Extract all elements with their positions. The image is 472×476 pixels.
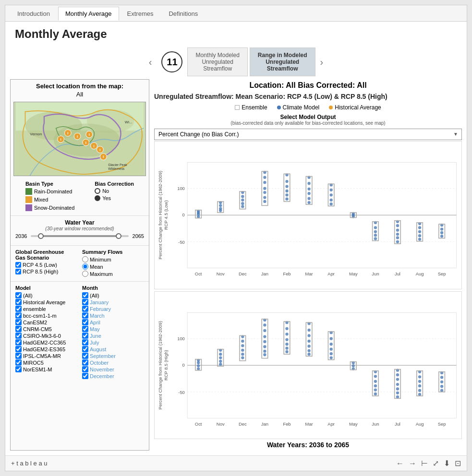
- svg-point-108: [418, 226, 421, 229]
- ensemble-legend-label: Ensemble: [242, 104, 267, 111]
- minimum-radio-input[interactable]: [82, 256, 88, 262]
- nav-option-range[interactable]: Range in ModeledUnregulatedStreamflow: [250, 48, 315, 76]
- svg-text:Apr: Apr: [327, 271, 335, 276]
- svg-text:Mar: Mar: [305, 421, 313, 426]
- slider-row: 2036 2065: [15, 231, 144, 241]
- model-ensemble: ensemble: [15, 306, 77, 312]
- bias-no-item: No: [95, 188, 134, 194]
- map-area[interactable]: i i i i i i i: [13, 102, 146, 176]
- month-aug: August: [82, 346, 144, 352]
- svg-point-206: [396, 395, 399, 398]
- model-output-select-wrapper: Percent Change (no Bias Corr.): [154, 127, 462, 140]
- svg-point-170: [285, 343, 288, 345]
- month-nov: November: [82, 366, 144, 372]
- svg-point-168: [285, 333, 288, 335]
- month-may: May: [82, 326, 144, 332]
- nav-next-arrow[interactable]: ›: [315, 57, 328, 68]
- svg-text:Sep: Sep: [438, 421, 446, 426]
- slider-thumb-right[interactable]: [116, 233, 121, 239]
- bias-no-circle: [95, 188, 100, 194]
- main-content: Monthly Average ‹ 11 Monthly ModeledUnre…: [5, 22, 467, 471]
- historical-avg-legend-icon: [329, 106, 333, 109]
- svg-point-95: [374, 226, 377, 229]
- bias-yes-circle: [95, 195, 100, 201]
- svg-point-169: [285, 338, 288, 341]
- model-output-select[interactable]: Percent Change (no Bias Corr.): [154, 129, 462, 140]
- snow-dominated-label: Snow-Dominated: [34, 205, 74, 211]
- model-canesm2: CanESM2: [15, 319, 77, 325]
- climate-model-legend-icon: [277, 106, 281, 109]
- footer-fullscreen-icon[interactable]: ⊡: [455, 459, 461, 468]
- tab-introduction[interactable]: Introduction: [10, 7, 57, 20]
- footer-home-icon[interactable]: ⊢: [421, 459, 428, 468]
- footer-download-icon[interactable]: ⬇: [444, 459, 450, 468]
- tab-definitions[interactable]: Definitions: [161, 7, 205, 20]
- right-panel: Location: All Bias Corrected: All Unregu…: [154, 79, 462, 451]
- month-title: Month: [82, 285, 144, 291]
- svg-point-153: [241, 348, 244, 351]
- svg-point-57: [241, 195, 244, 198]
- month-dec: December: [82, 373, 144, 379]
- rain-dominated-item: Rain-Dominated: [25, 188, 74, 195]
- svg-point-160: [263, 335, 266, 338]
- mean-label: Mean: [90, 264, 103, 270]
- rcp85-checkbox[interactable]: [15, 269, 21, 274]
- svg-text:Percent Change from Historical: Percent Change from Historical (1962-200…: [157, 171, 163, 260]
- mixed-item: Mixed: [25, 196, 74, 203]
- svg-point-179: [307, 349, 310, 352]
- bias-yes-item: Yes: [95, 195, 134, 201]
- minimum-label: Minimum: [90, 257, 111, 262]
- svg-text:Jun: Jun: [372, 271, 379, 276]
- svg-point-211: [418, 384, 421, 387]
- svg-point-212: [418, 389, 421, 392]
- svg-point-116: [440, 235, 443, 238]
- footer-forward-icon[interactable]: →: [409, 459, 416, 468]
- nav-options: Monthly ModeledUnregulatedStreamflow Ran…: [187, 48, 315, 76]
- svg-text:Jan: Jan: [261, 421, 268, 426]
- tab-monthly-average[interactable]: Monthly Average: [58, 7, 119, 21]
- svg-text:May: May: [349, 271, 358, 276]
- svg-point-147: [219, 359, 222, 362]
- model-noresm: NorESM1-M: [15, 366, 77, 372]
- svg-point-197: [374, 388, 377, 391]
- slider-thumb-left[interactable]: [38, 233, 44, 239]
- svg-point-204: [396, 387, 399, 390]
- footer-share-icon[interactable]: ⤢: [433, 459, 439, 468]
- svg-point-155: [241, 356, 244, 359]
- svg-text:-50: -50: [178, 239, 185, 245]
- ensemble-legend: Ensemble: [235, 104, 267, 111]
- nav-prev-arrow[interactable]: ‹: [144, 57, 157, 68]
- nav-option-monthly[interactable]: Monthly ModeledUnregulatedStreamflow: [187, 48, 247, 76]
- tab-extremes[interactable]: Extremes: [120, 7, 161, 20]
- footer-back-icon[interactable]: ←: [396, 459, 404, 468]
- mean-radio-input[interactable]: [82, 263, 88, 270]
- svg-text:Oct: Oct: [195, 271, 202, 276]
- model-month-section: Model (All) Historical Average ensemble …: [11, 283, 149, 381]
- rcp45-checkbox[interactable]: [15, 262, 21, 268]
- svg-point-186: [330, 352, 333, 355]
- svg-text:Wilderness: Wilderness: [108, 167, 125, 170]
- svg-text:i: i: [103, 155, 104, 159]
- month-col: Month (All) January February March April…: [82, 285, 144, 380]
- svg-point-109: [418, 230, 421, 233]
- svg-point-114: [440, 227, 443, 230]
- svg-point-103: [396, 233, 399, 236]
- svg-point-71: [285, 180, 288, 183]
- model-csiro: CSIRO-Mk3-6-0: [15, 333, 77, 339]
- svg-point-58: [241, 199, 244, 202]
- svg-point-164: [263, 353, 266, 356]
- svg-point-74: [285, 193, 288, 196]
- bias-no-label: No: [102, 188, 109, 194]
- svg-text:Wi...: Wi...: [125, 120, 133, 124]
- model-all: (All): [15, 292, 77, 298]
- maximum-radio-input[interactable]: [82, 271, 88, 277]
- chart-rcp45-svg: Percent Change from Historical (1962-200…: [155, 142, 461, 289]
- svg-text:Apr: Apr: [327, 421, 335, 426]
- rcp45-check: RCP 4.5 (Low): [15, 262, 77, 268]
- svg-text:i: i: [67, 131, 68, 135]
- slider-track[interactable]: [31, 235, 128, 237]
- svg-text:0: 0: [182, 212, 185, 217]
- svg-text:i: i: [99, 148, 100, 152]
- page-title: Monthly Average: [5, 22, 467, 45]
- summary-flows-col: Summary Flows Minimum Mean: [82, 249, 144, 278]
